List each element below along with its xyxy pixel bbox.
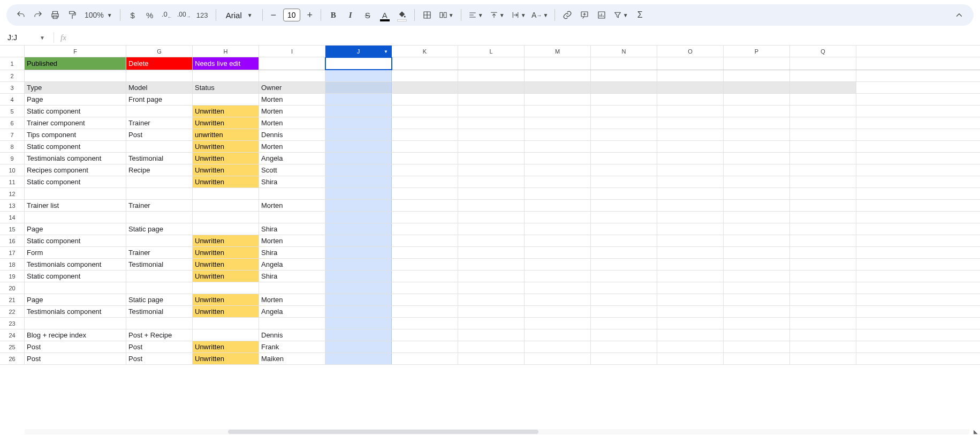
cell-M19[interactable] xyxy=(525,271,591,282)
cell-L4[interactable] xyxy=(458,94,525,105)
cell-G13[interactable]: Trainer xyxy=(126,200,193,211)
cell-K9[interactable] xyxy=(392,153,458,164)
cell-J6[interactable] xyxy=(325,117,392,129)
cell-J16[interactable] xyxy=(325,235,392,246)
cell-M25[interactable] xyxy=(525,341,591,352)
cell-I10[interactable]: Scott xyxy=(259,164,325,176)
cell-N17[interactable] xyxy=(591,247,657,258)
cell-M6[interactable] xyxy=(525,117,591,129)
cell-F18[interactable]: Testimonials component xyxy=(25,259,126,270)
cell-P23[interactable] xyxy=(724,318,790,329)
cell-Q6[interactable] xyxy=(790,117,856,129)
cell-H24[interactable] xyxy=(193,329,259,341)
column-menu-icon[interactable]: ▼ xyxy=(384,49,388,54)
cell-I25[interactable]: Frank xyxy=(259,341,325,352)
cell-N19[interactable] xyxy=(591,271,657,282)
cell-O13[interactable] xyxy=(657,200,724,211)
cell-H15[interactable] xyxy=(193,223,259,235)
formula-input[interactable] xyxy=(71,32,974,43)
cell-P3[interactable] xyxy=(724,82,790,93)
cell-Q12[interactable] xyxy=(790,188,856,199)
cell-Q22[interactable] xyxy=(790,306,856,317)
cell-N14[interactable] xyxy=(591,212,657,223)
cell-H13[interactable] xyxy=(193,200,259,211)
insert-comment-button[interactable] xyxy=(576,7,592,23)
cell-K6[interactable] xyxy=(392,117,458,129)
cell-Q25[interactable] xyxy=(790,341,856,352)
cell-L23[interactable] xyxy=(458,318,525,329)
cell-N12[interactable] xyxy=(591,188,657,199)
cell-P18[interactable] xyxy=(724,259,790,270)
column-header-G[interactable]: G xyxy=(126,46,193,57)
borders-button[interactable] xyxy=(419,7,435,23)
cell-Q24[interactable] xyxy=(790,329,856,341)
cell-N9[interactable] xyxy=(591,153,657,164)
cell-G24[interactable]: Post + Recipe xyxy=(126,329,193,341)
cell-K4[interactable] xyxy=(392,94,458,105)
cell-H9[interactable]: Unwritten xyxy=(193,153,259,164)
cell-Q23[interactable] xyxy=(790,318,856,329)
cell-M7[interactable] xyxy=(525,129,591,140)
row-header-21[interactable]: 21 xyxy=(0,294,24,306)
cell-M10[interactable] xyxy=(525,164,591,176)
cell-G9[interactable]: Testimonial xyxy=(126,153,193,164)
cell-N3[interactable] xyxy=(591,82,657,93)
cell-K17[interactable] xyxy=(392,247,458,258)
row-header-26[interactable]: 26 xyxy=(0,353,24,365)
column-header-P[interactable]: P xyxy=(724,46,790,57)
cell-G23[interactable] xyxy=(126,318,193,329)
cell-Q5[interactable] xyxy=(790,106,856,117)
filter-button[interactable]: ▼ xyxy=(611,7,631,23)
cell-K15[interactable] xyxy=(392,223,458,235)
cell-O22[interactable] xyxy=(657,306,724,317)
cell-J4[interactable] xyxy=(325,94,392,105)
cell-L25[interactable] xyxy=(458,341,525,352)
cell-P12[interactable] xyxy=(724,188,790,199)
cell-H7[interactable]: unwritten xyxy=(193,129,259,140)
print-button[interactable] xyxy=(47,7,63,23)
cell-G2[interactable] xyxy=(126,70,193,81)
cell-O4[interactable] xyxy=(657,94,724,105)
cell-Q21[interactable] xyxy=(790,294,856,305)
row-header-19[interactable]: 19 xyxy=(0,271,24,282)
strikethrough-button[interactable]: S xyxy=(360,7,376,23)
cell-H11[interactable]: Unwritten xyxy=(193,176,259,188)
cell-M18[interactable] xyxy=(525,259,591,270)
cell-L2[interactable] xyxy=(458,70,525,81)
cell-P4[interactable] xyxy=(724,94,790,105)
row-header-3[interactable]: 3 xyxy=(0,82,24,94)
cell-P1[interactable] xyxy=(724,57,790,70)
cell-G3[interactable]: Model xyxy=(126,82,193,93)
cell-M12[interactable] xyxy=(525,188,591,199)
increase-font-size-button[interactable]: + xyxy=(303,7,316,23)
insert-link-button[interactable] xyxy=(559,7,575,23)
column-header-L[interactable]: L xyxy=(458,46,525,57)
column-header-N[interactable]: N xyxy=(591,46,657,57)
cell-Q3[interactable] xyxy=(790,82,856,93)
cell-P5[interactable] xyxy=(724,106,790,117)
cell-K14[interactable] xyxy=(392,212,458,223)
cell-I17[interactable]: Shira xyxy=(259,247,325,258)
cell-H23[interactable] xyxy=(193,318,259,329)
row-header-22[interactable]: 22 xyxy=(0,306,24,318)
cell-J13[interactable] xyxy=(325,200,392,211)
cell-O21[interactable] xyxy=(657,294,724,305)
row-header-18[interactable]: 18 xyxy=(0,259,24,271)
scrollbar-thumb[interactable] xyxy=(228,430,538,434)
cell-Q26[interactable] xyxy=(790,353,856,364)
insert-chart-button[interactable] xyxy=(594,7,610,23)
cell-F25[interactable]: Post xyxy=(25,341,126,352)
cell-Q18[interactable] xyxy=(790,259,856,270)
cell-I9[interactable]: Angela xyxy=(259,153,325,164)
cell-L22[interactable] xyxy=(458,306,525,317)
zoom-dropdown[interactable]: 100%▼ xyxy=(81,11,116,19)
cell-Q17[interactable] xyxy=(790,247,856,258)
cell-P8[interactable] xyxy=(724,141,790,152)
cell-N10[interactable] xyxy=(591,164,657,176)
cell-G10[interactable]: Recipe xyxy=(126,164,193,176)
cell-G25[interactable]: Post xyxy=(126,341,193,352)
cell-Q11[interactable] xyxy=(790,176,856,188)
cell-O1[interactable] xyxy=(657,57,724,70)
cell-M23[interactable] xyxy=(525,318,591,329)
cell-O8[interactable] xyxy=(657,141,724,152)
